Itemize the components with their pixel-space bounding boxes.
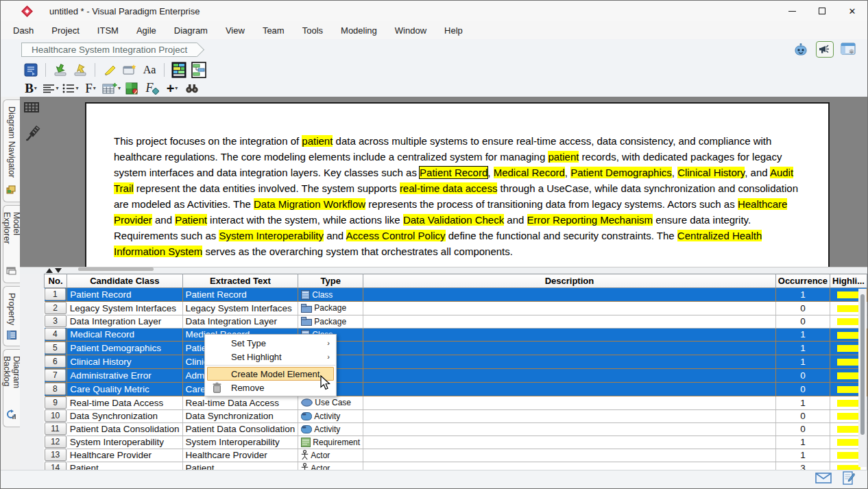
- extracted-text-cell[interactable]: System Interoperability: [182, 436, 298, 449]
- column-header-no[interactable]: No.: [45, 274, 67, 288]
- table-row[interactable]: 7Administrative ErrorAdministrative Erro…: [45, 369, 867, 383]
- candidate-class-cell[interactable]: Data Synchronization: [67, 409, 182, 422]
- column-header-type[interactable]: Type: [298, 274, 363, 288]
- highlighted-term[interactable]: Patient Demographics: [570, 167, 672, 178]
- export-document-icon[interactable]: [23, 62, 39, 77]
- row-number-cell[interactable]: 9: [45, 396, 67, 410]
- row-number-cell[interactable]: 1: [45, 288, 67, 302]
- color-palette-button[interactable]: [124, 80, 141, 96]
- menu-tools[interactable]: Tools: [293, 23, 332, 38]
- occurrence-cell[interactable]: 1: [775, 328, 830, 342]
- extracted-text-cell[interactable]: Patient Data Consolidation: [182, 422, 298, 436]
- table-row[interactable]: 2Legacy System InterfacesLegacy System I…: [45, 302, 867, 315]
- table-row[interactable]: 8Care Quality MetricCare Quality Metric0: [45, 383, 867, 396]
- row-number-cell[interactable]: 12: [45, 436, 67, 449]
- scrollbar-thumb[interactable]: [860, 294, 865, 435]
- ai-assistant-icon[interactable]: [792, 41, 810, 58]
- occurrence-cell[interactable]: 0: [775, 302, 830, 315]
- occurrence-cell[interactable]: 1: [775, 288, 830, 302]
- candidate-class-cell[interactable]: Legacy System Interfaces: [67, 302, 182, 315]
- highlighted-term[interactable]: patient: [302, 135, 333, 147]
- table-row[interactable]: 6Clinical HistoryClinical History1: [45, 355, 867, 369]
- candidate-class-cell[interactable]: Real-time Data Access: [67, 396, 182, 410]
- candidate-class-cell[interactable]: System Interoperability: [67, 436, 182, 449]
- table-row[interactable]: 3Data Integration LayerData Integration …: [45, 315, 867, 328]
- find-button[interactable]: [184, 80, 200, 96]
- bold-button[interactable]: B▾: [23, 80, 39, 96]
- occurrence-cell[interactable]: 1: [775, 436, 830, 449]
- table-scrollbar[interactable]: [858, 289, 867, 467]
- import-icon[interactable]: [52, 62, 69, 77]
- extracted-text-cell[interactable]: Patient Record: [182, 288, 298, 302]
- description-cell[interactable]: [363, 449, 776, 462]
- menu-itsm[interactable]: ITSM: [88, 23, 128, 38]
- formula-button[interactable]: F: [144, 80, 160, 96]
- row-number-cell[interactable]: 2: [45, 302, 67, 315]
- description-cell[interactable]: [363, 409, 776, 422]
- candidate-class-cell[interactable]: Healthcare Provider: [67, 449, 182, 462]
- occurrence-cell[interactable]: 0: [775, 369, 830, 383]
- extracted-text-cell[interactable]: Healthcare Provider: [182, 449, 298, 462]
- grid-icon[interactable]: [24, 102, 40, 115]
- mail-icon[interactable]: [815, 473, 832, 486]
- splitter-handle[interactable]: [78, 267, 154, 271]
- row-number-cell[interactable]: 11: [45, 422, 67, 436]
- font-button[interactable]: F▾: [82, 80, 99, 96]
- type-cell[interactable]: Class: [298, 288, 363, 302]
- doc-structure-icon[interactable]: [191, 62, 207, 77]
- occurrence-cell[interactable]: 1: [775, 396, 830, 410]
- context-menu-item-remove[interactable]: Remove: [205, 381, 336, 394]
- column-header-occurrence[interactable]: Occurrence: [775, 274, 830, 288]
- context-menu-item-set-highlight[interactable]: Set Highlight›: [205, 350, 336, 363]
- row-number-cell[interactable]: 13: [45, 449, 67, 462]
- add-button[interactable]: +▾: [164, 80, 180, 96]
- occurrence-cell[interactable]: 1: [775, 449, 830, 462]
- doc-overview-icon[interactable]: [171, 62, 187, 77]
- highlighted-term[interactable]: Error Reporting Mechanism: [527, 214, 653, 226]
- row-number-cell[interactable]: 10: [45, 409, 67, 422]
- row-number-cell[interactable]: 8: [45, 383, 67, 396]
- occurrence-cell[interactable]: 0: [775, 422, 830, 436]
- description-cell[interactable]: [363, 369, 776, 383]
- candidate-class-cell[interactable]: Administrative Error: [67, 369, 182, 383]
- announcement-icon[interactable]: [816, 41, 834, 58]
- candidate-class-cell[interactable]: Medical Record: [67, 328, 182, 342]
- table-row[interactable]: 9Real-time Data AccessReal-time Data Acc…: [45, 396, 867, 410]
- context-menu-item-set-type[interactable]: Set Type›: [205, 336, 336, 350]
- column-header-candidate-class[interactable]: Candidate Class: [67, 274, 182, 288]
- sweeper-icon[interactable]: [24, 123, 40, 147]
- menu-team[interactable]: Team: [254, 23, 293, 38]
- extracted-text-cell[interactable]: Data Integration Layer: [182, 315, 298, 328]
- column-header-description[interactable]: Description: [363, 274, 776, 288]
- list-button[interactable]: ▾: [62, 80, 79, 96]
- highlighted-term[interactable]: Data Validation Check: [403, 214, 504, 226]
- candidate-class-cell[interactable]: Data Integration Layer: [67, 315, 182, 328]
- occurrence-cell[interactable]: 0: [775, 315, 830, 328]
- sidebar-tab-diagram-backlog[interactable]: Diagram Backlog: [3, 349, 20, 427]
- new-window-icon[interactable]: [121, 62, 138, 77]
- highlighted-term[interactable]: Medical Record: [494, 167, 565, 178]
- note-edit-icon[interactable]: [843, 471, 855, 488]
- menu-dash[interactable]: Dash: [4, 23, 43, 38]
- row-number-cell[interactable]: 3: [45, 315, 67, 328]
- occurrence-cell[interactable]: 1: [775, 342, 830, 355]
- candidate-class-cell[interactable]: Patient Data Consolidation: [67, 422, 182, 436]
- extracted-text-cell[interactable]: Real-time Data Access: [182, 396, 298, 410]
- candidate-class-cell[interactable]: Patient Demographics: [67, 342, 182, 355]
- breadcrumb[interactable]: Healthcare System Integration Project: [21, 43, 197, 57]
- row-number-cell[interactable]: 6: [45, 355, 67, 369]
- highlighted-term[interactable]: Clinical History: [677, 167, 745, 178]
- description-cell[interactable]: [363, 288, 776, 302]
- panel-splitter[interactable]: [20, 267, 867, 274]
- insert-table-button[interactable]: ▾: [102, 80, 121, 96]
- highlighter-icon[interactable]: [101, 62, 118, 77]
- highlighted-term[interactable]: Patient: [175, 214, 207, 226]
- table-row[interactable]: 12System InteroperabilitySystem Interope…: [45, 436, 867, 449]
- description-cell[interactable]: [363, 342, 776, 355]
- menu-view[interactable]: View: [217, 23, 254, 38]
- table-row[interactable]: 4Medical RecordMedical RecordClass1: [45, 328, 867, 342]
- description-cell[interactable]: [363, 355, 776, 369]
- description-cell[interactable]: [363, 422, 776, 436]
- menu-project[interactable]: Project: [43, 23, 88, 38]
- description-cell[interactable]: [363, 315, 776, 328]
